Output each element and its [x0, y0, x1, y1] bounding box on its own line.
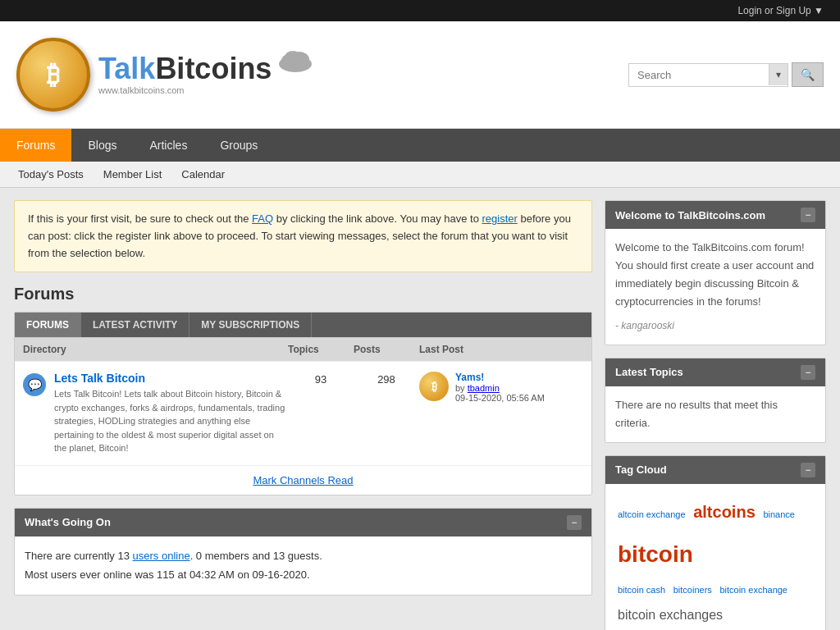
welcome-collapse-btn[interactable]: − — [801, 208, 815, 222]
table-row: 💬 Lets Talk Bitcoin Lets Talk Bitcoin! L… — [15, 361, 591, 465]
search-input[interactable] — [629, 64, 769, 86]
dropdown-arrow-icon: ▼ — [814, 5, 824, 16]
logo-text: Talk Bitcoins — [98, 54, 316, 84]
top-bar: Login or Sign Up ▼ — [0, 0, 840, 21]
last-post-cell: ₿ Yams! by tbadmin 09-15-2020, 05:56 AM — [419, 372, 583, 403]
tag-cloud-header: Tag Cloud − — [605, 456, 825, 484]
col-posts: Posts — [354, 344, 419, 355]
info-text-before-faq: If this is your first visit, be sure to … — [28, 212, 252, 225]
tag-bitcoin-exchange[interactable]: bitcoin exchange — [719, 581, 788, 599]
col-directory: Directory — [23, 344, 288, 355]
nav-bar: Forums Blogs Articles Groups — [0, 129, 840, 162]
tag-cloud-body: altcoin exchange altcoins binance bitcoi… — [605, 484, 825, 630]
col-last-post: Last Post — [419, 344, 583, 355]
login-link[interactable]: Login or Sign Up ▼ — [737, 5, 824, 16]
logo-text-area: Talk Bitcoins www.talkbitcoins.com — [98, 54, 316, 95]
users-online-link[interactable]: users online — [133, 550, 190, 562]
tab-forums[interactable]: FORUMS — [15, 313, 81, 337]
whats-going-on-header: What's Going On − — [15, 509, 591, 536]
whats-going-on-section: What's Going On − There are currently 13… — [14, 508, 592, 596]
latest-topics-body: There are no results that meet this crit… — [605, 386, 825, 442]
info-text-middle: by clicking the link above. You may have… — [273, 212, 482, 225]
latest-topics-title: Latest Topics — [615, 366, 683, 378]
content-area: If this is your first visit, be sure to … — [14, 200, 592, 630]
tag-bitcoiners[interactable]: bitcoiners — [673, 581, 712, 599]
members-text: There are currently 13 — [25, 550, 133, 562]
mark-channels-read-link[interactable]: Mark Channels Read — [253, 474, 353, 486]
forum-posts-count: 298 — [354, 372, 419, 386]
logo-url: www.talkbitcoins.com — [98, 85, 316, 95]
nav-item-articles[interactable]: Articles — [133, 129, 203, 162]
latest-topics-collapse-btn[interactable]: − — [801, 365, 815, 380]
register-link[interactable]: register — [482, 212, 518, 225]
forum-icon-cell: 💬 Lets Talk Bitcoin Lets Talk Bitcoin! L… — [23, 372, 288, 455]
whats-going-on-body: There are currently 13 users online. 0 m… — [15, 536, 591, 595]
mark-channels-read: Mark Channels Read — [15, 465, 591, 495]
last-post-title[interactable]: Yams! — [455, 372, 545, 383]
forum-description: Lets Talk Bitcoin! Lets talk about Bitco… — [54, 387, 288, 455]
forum-info: Lets Talk Bitcoin Lets Talk Bitcoin! Let… — [54, 372, 288, 455]
tag-bitcoin[interactable]: bitcoin — [618, 532, 693, 578]
nav-item-forums[interactable]: Forums — [0, 129, 71, 162]
col-topics: Topics — [288, 344, 354, 355]
forum-chat-icon: 💬 — [23, 373, 46, 396]
main-container: If this is your first visit, be sure to … — [6, 188, 834, 630]
nav-label-articles: Articles — [149, 139, 187, 152]
nav-label-blogs: Blogs — [88, 139, 116, 152]
logo[interactable]: ₿ Talk Bitcoins www.talkbitcoins — [16, 30, 295, 120]
subnav-member-list[interactable]: Member List — [94, 162, 172, 187]
faq-link[interactable]: FAQ — [252, 212, 273, 225]
forum-title[interactable]: Lets Talk Bitcoin — [54, 372, 288, 385]
forum-panel: FORUMS LATEST ACTIVITY MY SUBSCRIPTIONS … — [14, 312, 592, 495]
tag-bitcoin-exchanges[interactable]: bitcoin exchanges — [618, 602, 723, 628]
welcome-title: Welcome to TalkBitcoins.com — [615, 209, 765, 221]
welcome-attribution: - kangarooski — [615, 317, 815, 334]
last-post-date: 09-15-2020, 05:56 AM — [455, 393, 545, 403]
members-online-line: There are currently 13 users online. 0 m… — [25, 546, 582, 565]
nav-label-forums: Forums — [16, 139, 55, 152]
members-rest: . 0 members and 13 guests. — [190, 550, 322, 562]
subnav-calendar[interactable]: Calendar — [171, 162, 235, 187]
cloud-icon — [275, 48, 316, 77]
table-header: Directory Topics Posts Last Post — [15, 337, 591, 361]
max-users-line: Most users ever online was 115 at 04:32 … — [25, 565, 582, 584]
whats-going-on-collapse-btn[interactable]: − — [567, 515, 582, 530]
sub-nav: Today's Posts Member List Calendar — [0, 162, 840, 188]
welcome-box: Welcome to TalkBitcoins.com − Welcome to… — [605, 200, 826, 345]
nav-item-blogs[interactable]: Blogs — [71, 129, 133, 162]
search-dropdown-btn[interactable]: ▾ — [769, 64, 788, 85]
svg-point-3 — [285, 51, 301, 64]
tag-cloud-collapse-btn[interactable]: − — [801, 463, 815, 477]
sidebar: Welcome to TalkBitcoins.com − Welcome to… — [605, 200, 826, 630]
forum-topics-count: 93 — [288, 372, 354, 386]
tag-altcoin-exchange[interactable]: altcoin exchange — [618, 505, 686, 523]
search-button[interactable]: 🔍 — [792, 62, 824, 87]
tag-bitcoin-cash[interactable]: bitcoin cash — [618, 581, 665, 599]
nav-label-groups: Groups — [220, 139, 258, 152]
last-post-user-line: by tbadmin — [455, 383, 545, 393]
latest-topics-box: Latest Topics − There are no results tha… — [605, 358, 826, 443]
page-title: Forums — [14, 285, 592, 304]
logo-talk: Talk — [98, 54, 155, 84]
bitcoin-symbol: ₿ — [47, 60, 60, 90]
tab-latest-activity[interactable]: LATEST ACTIVITY — [81, 313, 189, 337]
subnav-today-posts[interactable]: Today's Posts — [8, 162, 94, 187]
search-input-wrap: ▾ — [628, 63, 788, 87]
logo-area: ₿ Talk Bitcoins www.talkbitcoins — [16, 30, 295, 120]
info-box: If this is your first visit, be sure to … — [14, 200, 592, 272]
avatar: ₿ — [419, 372, 449, 401]
tag-binance[interactable]: binance — [763, 505, 795, 523]
nav-item-groups[interactable]: Groups — [203, 129, 274, 162]
tag-cloud-title: Tag Cloud — [615, 463, 667, 476]
tab-my-subscriptions[interactable]: MY SUBSCRIPTIONS — [189, 313, 312, 337]
logo-bitcoins: Bitcoins — [155, 54, 272, 84]
latest-topics-empty: There are no results that meet this crit… — [615, 399, 778, 429]
logo-coin-icon: ₿ — [16, 38, 90, 112]
last-post-user-link[interactable]: tbadmin — [468, 383, 500, 393]
forum-tabs: FORUMS LATEST ACTIVITY MY SUBSCRIPTIONS — [15, 313, 591, 337]
tag-altcoins[interactable]: altcoins — [693, 495, 756, 528]
header: ₿ Talk Bitcoins www.talkbitcoins — [0, 21, 840, 129]
whats-going-on-title: What's Going On — [25, 516, 111, 528]
login-text: Login or Sign Up — [737, 5, 810, 16]
welcome-text: Welcome to the TalkBitcoins.com forum! Y… — [615, 241, 814, 308]
